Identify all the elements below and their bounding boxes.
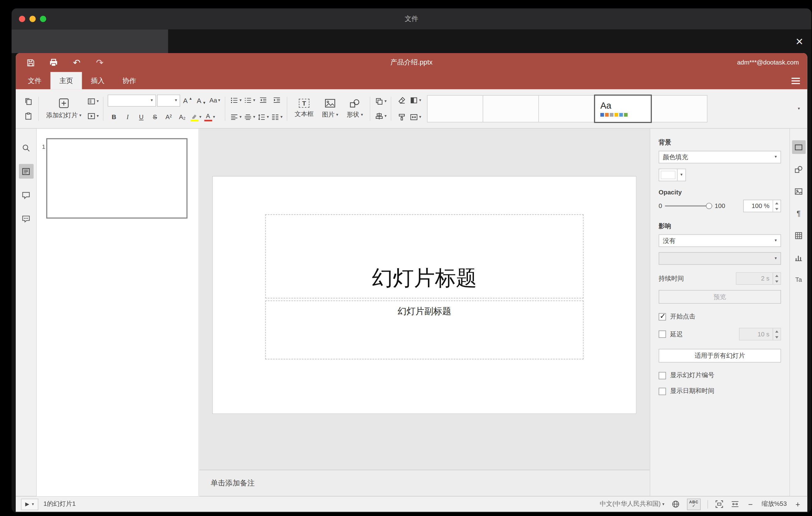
opacity-slider[interactable] (665, 202, 712, 209)
shape-label: 形状 (347, 111, 359, 119)
arrange-shape-button[interactable] (375, 95, 387, 108)
change-layout-button[interactable] (87, 95, 99, 108)
slide[interactable]: 幻灯片标题 幻灯片副标题 (212, 176, 637, 414)
zoom-out-button[interactable]: − (746, 500, 755, 509)
print-icon (49, 58, 58, 67)
tab-insert[interactable]: 插入 (82, 72, 114, 89)
textart-settings-button[interactable]: Ta (792, 273, 805, 286)
show-slide-number-row: 显示幻灯片编号 (659, 371, 781, 380)
fill-type-select[interactable]: 颜色填充 (659, 151, 781, 164)
bullets-button[interactable] (230, 94, 242, 107)
insert-picture-button[interactable]: 图片 (319, 93, 341, 124)
zoom-window-button[interactable] (40, 16, 46, 22)
underline-button[interactable]: U (135, 111, 148, 123)
start-slideshow-button[interactable] (87, 110, 99, 122)
subscript-button[interactable]: A₂ (176, 111, 188, 123)
spellcheck-button[interactable]: ABC ✓ (687, 498, 701, 510)
notes-area[interactable]: 单击添加备注 (199, 470, 650, 496)
decrease-indent-button[interactable] (257, 94, 270, 107)
opacity-spinner[interactable]: 100 % (743, 200, 781, 212)
slides-panel-button[interactable] (19, 164, 33, 179)
start-on-click-checkbox[interactable] (659, 313, 666, 320)
highlight-color-button[interactable] (190, 111, 202, 123)
chart-settings-button[interactable] (792, 251, 805, 264)
clear-style-button[interactable] (396, 94, 408, 107)
tab-collaboration[interactable]: 协作 (114, 72, 145, 89)
close-window-button[interactable] (19, 16, 25, 22)
line-spacing-button[interactable] (257, 111, 270, 123)
strikethrough-button[interactable]: S (149, 111, 161, 123)
comments-panel-button[interactable] (19, 188, 33, 202)
change-case-button[interactable]: Aa (208, 94, 221, 107)
background-label: 背景 (659, 138, 781, 147)
fit-to-slide-button[interactable] (715, 500, 724, 509)
vertical-align-button[interactable] (243, 111, 256, 123)
subtitle-placeholder[interactable]: 幻灯片副标题 (265, 300, 584, 360)
columns-button[interactable] (270, 111, 283, 123)
theme-tile[interactable] (483, 95, 539, 122)
apply-to-all-button[interactable]: 适用于所有幻灯片 (659, 349, 781, 362)
add-slide-button[interactable]: 添加幻灯片 (43, 93, 85, 124)
paragraph-settings-button[interactable]: ¶ (792, 206, 805, 220)
redo-button[interactable]: ↷ (91, 56, 108, 69)
language-select[interactable]: 中文(中华人民共和国) (600, 500, 664, 509)
zoom-in-button[interactable]: + (793, 500, 802, 509)
add-slide-label: 添加幻灯片 (46, 111, 78, 120)
spinner-arrows[interactable] (773, 200, 781, 212)
slide-thumbnail-1[interactable] (46, 138, 187, 219)
effect-select[interactable]: 没有 (659, 234, 781, 247)
superscript-button[interactable]: A² (162, 111, 175, 123)
show-datetime-label: 显示日期和时间 (670, 387, 714, 396)
tab-file[interactable]: 文件 (19, 72, 50, 89)
undo-button[interactable]: ↶ (68, 56, 85, 69)
slide-size-button[interactable] (409, 111, 422, 123)
tab-home[interactable]: 主页 (50, 72, 82, 89)
title-placeholder[interactable]: 幻灯片标题 (265, 214, 584, 298)
font-size-combo[interactable] (157, 94, 180, 107)
gallery-expand-button[interactable] (792, 94, 805, 123)
font-color-button[interactable]: A (203, 111, 216, 123)
show-slide-number-checkbox[interactable] (659, 372, 666, 379)
show-datetime-checkbox[interactable] (659, 388, 666, 395)
search-panel-button[interactable] (19, 140, 33, 155)
shape-settings-icon (794, 165, 803, 174)
chat-panel-button[interactable] (19, 211, 33, 226)
decrease-font-button[interactable]: A (195, 94, 208, 107)
fill-color-select[interactable] (659, 169, 686, 181)
shape-settings-button[interactable] (792, 162, 805, 176)
theme-tile[interactable] (427, 95, 483, 122)
globe-icon (671, 500, 680, 509)
color-scheme-button[interactable] (409, 94, 422, 107)
theme-tile[interactable] (651, 95, 707, 122)
increase-indent-button[interactable] (270, 94, 283, 107)
bold-button[interactable]: B (108, 111, 120, 123)
insert-textbox-button[interactable]: T 文本框 (292, 93, 317, 124)
minimize-window-button[interactable] (29, 16, 35, 22)
image-settings-button[interactable] (792, 184, 805, 198)
close-preview-icon[interactable]: × (796, 35, 803, 48)
copy-style-button[interactable] (396, 111, 408, 123)
set-language-button[interactable] (671, 500, 680, 509)
menu-icon[interactable] (792, 78, 800, 84)
caret-down-icon (384, 114, 386, 118)
increase-font-button[interactable]: A (181, 94, 194, 107)
table-settings-button[interactable] (792, 229, 805, 242)
theme-tile-selected[interactable]: Aa (594, 94, 652, 123)
paste-button[interactable] (22, 110, 35, 122)
horizontal-align-button[interactable] (230, 111, 242, 123)
italic-button[interactable]: I (121, 111, 134, 123)
font-name-combo[interactable] (108, 94, 156, 107)
theme-tile[interactable] (538, 95, 594, 122)
add-slide-icon (58, 98, 69, 109)
insert-shape-button[interactable]: 形状 (343, 93, 366, 124)
save-button[interactable] (22, 56, 39, 69)
copy-button[interactable] (22, 95, 35, 108)
align-shape-button[interactable] (375, 110, 387, 122)
print-button[interactable] (45, 56, 62, 69)
slide-settings-button[interactable] (792, 140, 805, 154)
numbering-button[interactable] (243, 94, 256, 107)
fit-to-width-button[interactable] (730, 500, 740, 509)
slider-knob[interactable] (706, 203, 712, 209)
start-slideshow-status-button[interactable]: ▶ (21, 498, 38, 510)
delay-checkbox[interactable] (659, 331, 666, 338)
